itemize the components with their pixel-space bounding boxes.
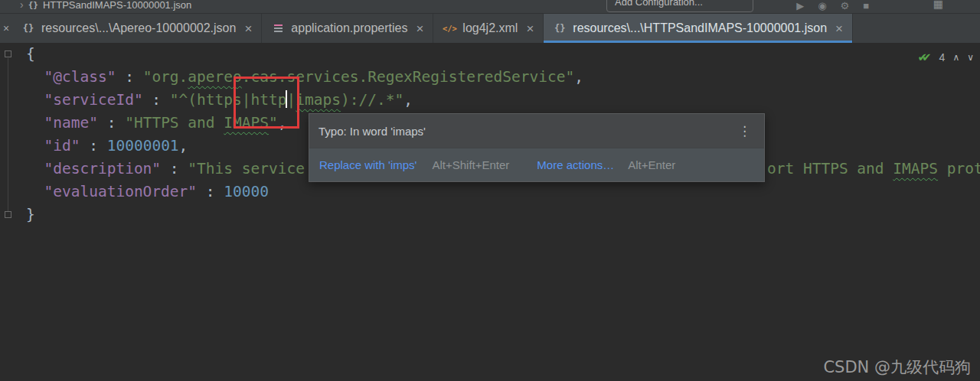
inspection-count: 4 <box>939 51 946 64</box>
more-actions-shortcut: Alt+Enter <box>628 158 675 171</box>
code-line[interactable]: "serviceId" : "^(https|http|imaps)://.*"… <box>26 89 980 112</box>
typo-popup-title: Typo: In word 'imaps' <box>318 125 734 138</box>
watermark-text: CSDN @九级代码狗 <box>823 357 971 378</box>
tool-windows-grid-icon[interactable]: ▦ <box>933 0 943 10</box>
run-toolbar: ▶ ◉ ⚙ ■ <box>796 0 869 14</box>
tab[interactable]: {}resources\...\Apereo-10000002.json× <box>12 14 262 43</box>
fold-marker-top[interactable] <box>5 50 11 57</box>
tab-close-icon[interactable]: × <box>835 22 843 35</box>
editor-pane[interactable]: { "@class" : "org.apereo.cas.services.Re… <box>0 43 980 381</box>
json-file-icon: {} <box>553 23 567 34</box>
stop-icon[interactable]: ■ <box>863 0 869 11</box>
tab[interactable]: </>log4j2.xml× <box>433 14 544 43</box>
annotation-red-box <box>234 77 299 129</box>
code-token: , <box>574 68 583 86</box>
tab-active[interactable]: {}resources\...\HTTPSandIMAPS-10000001.j… <box>544 14 853 43</box>
code-token: )://.*" <box>341 91 403 109</box>
inspection-widget: ✔✔ 4 ∧ ∨ <box>917 50 974 64</box>
tab-close-icon[interactable]: × <box>244 22 252 35</box>
code-token: "This service <box>188 160 305 177</box>
tab-label: resources\...\Apereo-10000002.json <box>41 21 236 35</box>
code-token: : <box>80 137 106 155</box>
code-token <box>26 183 44 200</box>
code-token: "id" <box>44 137 80 155</box>
code-token: } <box>26 206 35 223</box>
code-token: prot <box>938 160 980 177</box>
editor-tab-bar: × {}resources\...\Apereo-10000002.json×a… <box>0 14 980 43</box>
code-token: : <box>197 183 224 200</box>
typo-popup-header: Typo: In word 'imaps' ⋮ <box>309 114 764 148</box>
code-token: "org. <box>143 68 188 86</box>
more-actions-link[interactable]: More actions… <box>537 158 614 171</box>
code-token: { <box>26 45 35 63</box>
code-token: "evaluationOrder" <box>44 183 197 200</box>
next-problem-chevron-icon[interactable]: ∨ <box>967 52 974 63</box>
code-token: : <box>116 68 142 86</box>
tab-close-icon[interactable]: × <box>416 22 423 35</box>
chevron-right-icon: › <box>20 0 24 11</box>
breadcrumb[interactable]: › {} HTTPSandIMAPS-10000001.json <box>20 0 191 14</box>
code-token: 10000001 <box>107 137 179 155</box>
fold-marker-bottom[interactable] <box>5 211 11 218</box>
code-token: : <box>143 91 170 109</box>
main-toolbar: › {} HTTPSandIMAPS-10000001.json Add Con… <box>0 0 980 14</box>
tab-close-icon[interactable]: × <box>526 22 534 35</box>
code-token: imaps <box>296 91 341 109</box>
xml-file-icon: </> <box>443 24 456 33</box>
code-token: "@class" <box>44 68 116 86</box>
replace-action-shortcut: Alt+Shift+Enter <box>432 158 509 171</box>
kebab-menu-icon[interactable]: ⋮ <box>734 123 755 139</box>
properties-file-icon <box>271 24 285 32</box>
code-line[interactable]: { <box>26 43 980 66</box>
tab-label: resources\...\HTTPSandIMAPS-10000001.jso… <box>573 21 827 35</box>
code-token <box>26 91 44 109</box>
code-token: ort HTTPS and <box>767 160 893 177</box>
code-token <box>26 114 44 132</box>
tab-strip: {}resources\...\Apereo-10000002.json×app… <box>12 14 853 43</box>
settings-icon[interactable]: ⚙ <box>840 0 849 11</box>
tab-strip-close-icon[interactable]: × <box>0 14 12 43</box>
code-token: , <box>179 137 188 155</box>
code-token: "name" <box>44 114 97 132</box>
typo-popup-actions: Replace with 'imps' Alt+Shift+Enter More… <box>309 148 764 181</box>
code-token <box>26 68 44 86</box>
run-icon[interactable]: ▶ <box>796 0 804 11</box>
code-token: : <box>161 160 188 177</box>
debug-icon[interactable]: ◉ <box>818 0 826 11</box>
code-token: : <box>98 114 125 132</box>
code-token: "description" <box>44 160 161 177</box>
code-token <box>26 137 44 155</box>
previous-problem-chevron-icon[interactable]: ∧ <box>952 52 959 63</box>
code-token: "HTTPS and <box>125 114 224 132</box>
tab-label: log4j2.xml <box>462 21 518 35</box>
typo-popup: Typo: In word 'imaps' ⋮ Replace with 'im… <box>309 113 765 182</box>
code-token <box>26 160 44 177</box>
code-line[interactable]: "@class" : "org.apereo.cas.services.Rege… <box>26 66 980 89</box>
add-configuration-button[interactable]: Add Configuration... <box>606 0 753 12</box>
code-token: , <box>403 91 413 109</box>
code-token: "serviceId" <box>44 91 142 109</box>
inspections-ok-icon: ✔✔ <box>917 50 931 64</box>
fold-guide-line <box>8 58 8 211</box>
code-token: 10000 <box>224 183 269 200</box>
code-line[interactable]: } <box>26 204 980 226</box>
json-file-icon: {} <box>21 23 35 34</box>
replace-action-link[interactable]: Replace with 'imps' <box>319 158 416 171</box>
breadcrumb-file-name: HTTPSandIMAPS-10000001.json <box>43 0 191 11</box>
tab[interactable]: application.properties× <box>262 14 433 43</box>
json-file-icon: {} <box>28 0 38 10</box>
code-token: IMAPS <box>893 160 938 177</box>
tab-label: application.properties <box>291 21 407 35</box>
code-line[interactable]: "evaluationOrder" : 10000 <box>26 181 980 204</box>
